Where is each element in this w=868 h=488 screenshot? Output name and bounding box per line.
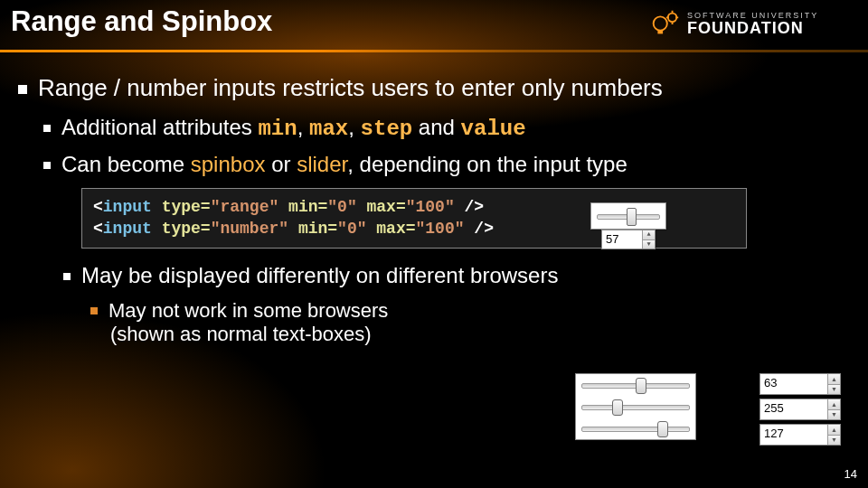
bullet-icon (63, 273, 71, 280)
logo: SOFTWARE UNIVERSITY FOUNDATION (647, 4, 855, 43)
text: May not work in some browsers (108, 299, 388, 322)
number-value[interactable]: 63 (760, 374, 827, 394)
code-block: <input type="range" min="0" max="100" />… (81, 188, 747, 249)
text: , (348, 115, 360, 139)
number-value[interactable]: 127 (760, 425, 827, 445)
chevron-up-icon[interactable]: ▲ (827, 374, 840, 385)
slider-group-demo (575, 373, 696, 440)
chevron-up-icon[interactable]: ▲ (642, 230, 655, 240)
number-value[interactable]: 255 (760, 399, 827, 419)
bullet-icon (18, 85, 27, 94)
bullet-1: Range / number inputs restricts users to… (18, 74, 850, 102)
attr-value: value (461, 117, 526, 141)
kw-spinbox: spinbox (191, 152, 266, 176)
number-spinbox-demo[interactable]: 127▲▼ (760, 424, 841, 446)
slider-demo[interactable] (576, 396, 695, 418)
number-group-demo: 63▲▼ 255▲▼ 127▲▼ (760, 373, 841, 444)
title-underline (0, 50, 868, 52)
attr-max: max (309, 117, 348, 141)
range-slider-demo[interactable] (590, 202, 666, 230)
attr-step: step (361, 117, 413, 141)
logo-text-lower: FOUNDATION (687, 20, 818, 36)
text: , (297, 115, 309, 139)
chevron-down-icon[interactable]: ▼ (827, 410, 840, 420)
number-spinbox-demo[interactable]: 63▲▼ (760, 373, 841, 395)
kw-slider: slider (297, 152, 347, 176)
bullet-2c: May be displayed differently on differen… (63, 263, 850, 288)
text: Additional attributes (61, 115, 258, 139)
text: or (265, 152, 297, 176)
number-spinbox-demo[interactable]: 255▲▼ (760, 399, 841, 420)
text: and (412, 115, 460, 139)
text: May be displayed differently on differen… (81, 263, 558, 287)
svg-point-1 (668, 14, 677, 23)
attr-min: min (258, 117, 297, 141)
slider-demo[interactable] (576, 418, 695, 439)
chevron-down-icon[interactable]: ▼ (642, 240, 655, 249)
content: Range / number inputs restricts users to… (18, 74, 850, 346)
bullet-2a: Additional attributes min, max, step and… (43, 115, 850, 141)
chevron-down-icon[interactable]: ▼ (827, 436, 840, 446)
slide-title: Range and Spinbox (11, 5, 272, 38)
chevron-down-icon[interactable]: ▼ (827, 385, 840, 395)
bullet-icon (43, 162, 51, 169)
text: , depending on the input type (347, 152, 627, 176)
slider-demo[interactable] (576, 374, 695, 396)
bullet-icon (43, 125, 51, 132)
bullet-3: May not work in some browsers (shown as … (90, 299, 850, 346)
spinner-buttons[interactable]: ▲▼ (642, 230, 655, 249)
svg-point-0 (654, 16, 667, 30)
bullet-2b: Can become spinbox or slider, depending … (43, 152, 850, 177)
text: Can become (61, 152, 191, 176)
chevron-up-icon[interactable]: ▲ (827, 425, 840, 436)
lightbulb-gear-icon (647, 6, 682, 41)
text: (shown as normal text-boxes) (110, 323, 372, 345)
number-spinbox-demo[interactable]: 57 ▲▼ (601, 230, 656, 249)
chevron-up-icon[interactable]: ▲ (827, 399, 840, 410)
bullet-icon (90, 307, 98, 314)
bullet-1-text: Range / number inputs restricts users to… (38, 74, 663, 101)
number-value[interactable]: 57 (602, 230, 642, 249)
page-number: 14 (844, 467, 857, 481)
